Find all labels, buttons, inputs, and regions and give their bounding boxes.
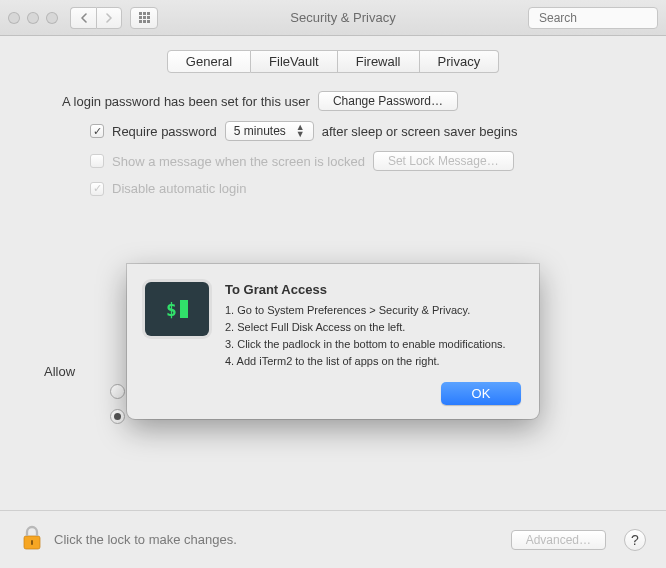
tab-general[interactable]: General <box>167 50 251 73</box>
show-all-button[interactable] <box>130 7 158 29</box>
step-4: 4. Add iTerm2 to the list of apps on the… <box>225 354 521 370</box>
titlebar: Security & Privacy <box>0 0 666 36</box>
step-3: 3. Click the padlock in the bottom to en… <box>225 337 521 353</box>
terminal-icon: $ <box>145 282 209 336</box>
tab-filevault[interactable]: FileVault <box>251 50 338 73</box>
forward-button[interactable] <box>96 7 122 29</box>
search-input[interactable] <box>539 11 666 25</box>
window-title: Security & Privacy <box>166 10 520 25</box>
dialog-title: To Grant Access <box>225 282 521 297</box>
step-2: 2. Select Full Disk Access on the left. <box>225 320 521 336</box>
content: General FileVault Firewall Privacy A log… <box>0 36 666 568</box>
tab-firewall[interactable]: Firewall <box>338 50 420 73</box>
step-1: 1. Go to System Preferences > Security &… <box>225 303 521 319</box>
modal-backdrop: $ To Grant Access 1. Go to System Prefer… <box>0 72 666 568</box>
minimize-window-dot[interactable] <box>27 12 39 24</box>
grant-access-dialog: $ To Grant Access 1. Go to System Prefer… <box>127 264 539 419</box>
tab-privacy[interactable]: Privacy <box>420 50 500 73</box>
grid-icon <box>139 12 150 23</box>
back-button[interactable] <box>70 7 96 29</box>
dialog-steps: 1. Go to System Preferences > Security &… <box>225 303 521 370</box>
nav-buttons <box>70 7 122 29</box>
close-window-dot[interactable] <box>8 12 20 24</box>
tab-bar: General FileVault Firewall Privacy <box>18 50 648 73</box>
window-controls <box>8 12 58 24</box>
zoom-window-dot[interactable] <box>46 12 58 24</box>
ok-button[interactable]: OK <box>441 382 521 405</box>
search-field[interactable] <box>528 7 658 29</box>
